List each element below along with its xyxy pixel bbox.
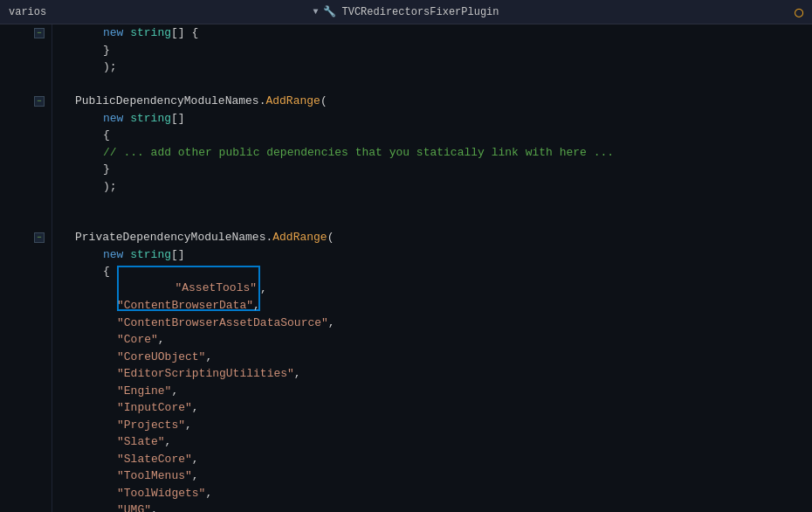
code-token: } [103,161,110,178]
code-token: "ToolMenus" [117,467,192,485]
code-line: "ContentBrowserData" , [61,297,812,315]
gutter-row [0,315,52,332]
code-token: "EditorScriptingUtilities" [117,365,294,383]
title-dropdown-arrow[interactable]: ▼ [313,7,318,17]
code-token: , [151,502,158,512]
gutter-row [0,42,52,59]
code-line: "ToolMenus" , [61,467,812,485]
gutter-row [0,161,52,178]
workspace-label: varios [9,6,46,18]
code-token: "CoreUObject" [117,349,205,366]
code-token: , [328,315,335,332]
gutter-row: − [0,93,52,110]
gutter-row [0,383,52,400]
code-line: "AssetTools" , [61,280,812,298]
code-token: , [205,485,212,502]
code-token: , [192,399,199,417]
gutter-row [0,331,52,349]
code-token: . [259,93,266,110]
file-title: TVCRedirectorsFixerPlugin [341,6,499,18]
code-line: "ToolWidgets" , [61,485,812,502]
code-token: , [158,331,165,349]
code-line: new string [] { [61,24,812,42]
code-token: , [260,280,267,298]
code-token: "Slate" [117,433,165,451]
profile-icon[interactable]: ◯ [795,3,803,21]
code-line: } [61,161,812,178]
code-line: "Slate" , [61,433,812,451]
code-line: "CoreUObject" , [61,349,812,366]
code-token: new [103,110,130,128]
code-line: "UMG" , [61,502,812,512]
title-content: ▼ 🔧 TVCRedirectorsFixerPlugin [313,5,499,18]
code-token: , [171,383,178,400]
gutter-row: − [0,229,52,246]
code-token: , [165,433,172,451]
code-line: "Core" , [61,331,812,349]
code-line: "InputCore" , [61,399,812,417]
gutter-row [0,485,52,502]
code-line [61,76,812,93]
code-editor[interactable]: new string [] { } ); PublicDependencyMod… [52,24,812,512]
gutter-row [0,263,52,280]
code-token: "SlateCore" [117,451,192,468]
code-token: . [265,229,272,246]
code-token: [] [171,246,185,264]
gutter-row [0,178,52,196]
gutter-row [0,110,52,128]
gutter-row [0,212,52,230]
gutter-row [0,433,52,451]
code-token: "UMG" [117,502,151,512]
gutter-row: − [0,24,52,42]
gutter-row [0,297,52,315]
code-token: , [294,365,301,383]
code-token: AddRange [265,93,320,110]
code-line: ); [61,178,812,196]
code-line: new string [] [61,110,812,128]
code-token: , [253,297,260,315]
code-line: "EditorScriptingUtilities" , [61,365,812,383]
gutter-row [0,76,52,93]
code-token: , [205,349,212,366]
code-line: "Projects" , [61,417,812,434]
gutter-row [0,451,52,468]
code-token: "ToolWidgets" [117,485,205,502]
gutter-row [0,280,52,298]
code-token: new [103,24,130,42]
code-token: "ContentBrowserAssetDataSource" [117,315,328,332]
gutter-row [0,399,52,417]
code-line [61,195,812,212]
code-line: "Engine" , [61,383,812,400]
code-token: ); [103,178,117,196]
code-token: "AssetTools" [175,281,257,294]
fold-icon[interactable]: − [34,232,45,243]
code-token: ( [327,229,334,246]
gutter-row [0,467,52,485]
code-token: PublicDependencyModuleNames [75,93,259,110]
code-line: } [61,42,812,59]
gutter-row [0,349,52,366]
code-token: , [192,467,199,485]
code-token: { [103,263,110,280]
code-line: { [61,127,812,144]
code-token: { [103,127,110,144]
code-token: "InputCore" [117,399,192,417]
code-token: new [103,246,130,264]
code-token: [] [171,110,185,128]
code-line: PublicDependencyModuleNames . AddRange ( [61,93,812,110]
file-icon: 🔧 [323,5,336,18]
code-token: string [130,110,171,128]
fold-icon[interactable]: − [34,28,45,38]
code-token: , [192,451,199,468]
code-token: string [130,24,171,42]
code-token: [] { [171,24,198,42]
code-token: "Engine" [117,383,171,400]
code-token: PrivateDependencyModuleNames [75,229,265,246]
code-line: new string [] [61,246,812,264]
code-token: AddRange [272,229,327,246]
gutter-row [0,246,52,264]
fold-icon[interactable]: − [34,96,45,107]
code-token: ); [103,59,117,76]
editor-area: − − − [0,24,812,512]
code-token: "Projects" [117,417,185,434]
